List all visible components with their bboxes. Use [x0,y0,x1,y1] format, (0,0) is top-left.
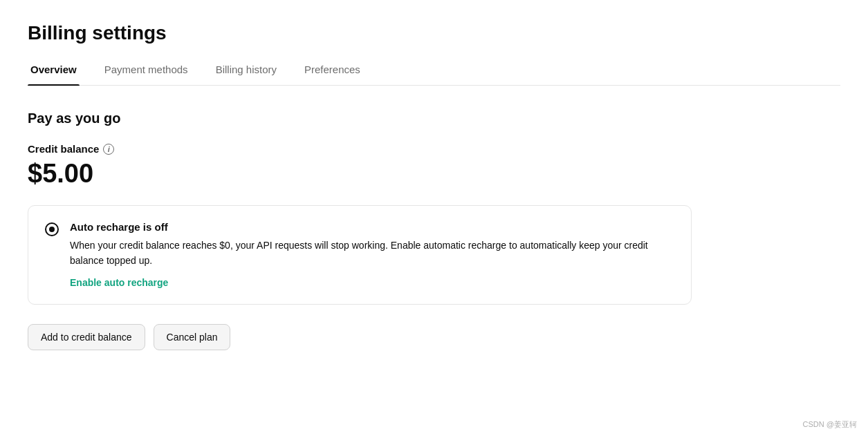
credit-balance-info-icon[interactable]: i [103,144,114,155]
cancel-plan-button[interactable]: Cancel plan [154,324,231,350]
tab-overview[interactable]: Overview [28,58,80,85]
recharge-content: Auto recharge is off When your credit ba… [70,221,674,289]
credit-balance-label: Credit balance [28,143,99,155]
action-buttons: Add to credit balance Cancel plan [28,324,840,350]
radio-inner [49,227,55,232]
page-container: Billing settings Overview Payment method… [0,0,868,378]
recharge-title: Auto recharge is off [70,221,674,233]
tab-payment-methods[interactable]: Payment methods [102,58,191,85]
auto-recharge-radio[interactable] [45,222,59,236]
recharge-description: When your credit balance reaches $0, you… [70,238,651,268]
section-title: Pay as you go [28,111,840,126]
watermark: CSDN @姜亚轲 [803,419,857,430]
page-title: Billing settings [28,22,840,44]
recharge-card: Auto recharge is off When your credit ba… [28,205,692,305]
credit-amount: $5.00 [28,159,840,189]
enable-auto-recharge-link[interactable]: Enable auto recharge [70,277,168,288]
credit-balance-row: Credit balance i [28,143,840,155]
add-to-credit-balance-button[interactable]: Add to credit balance [28,324,145,350]
tabs-container: Overview Payment methods Billing history… [28,58,840,86]
tab-billing-history[interactable]: Billing history [213,58,279,85]
tab-preferences[interactable]: Preferences [302,58,363,85]
